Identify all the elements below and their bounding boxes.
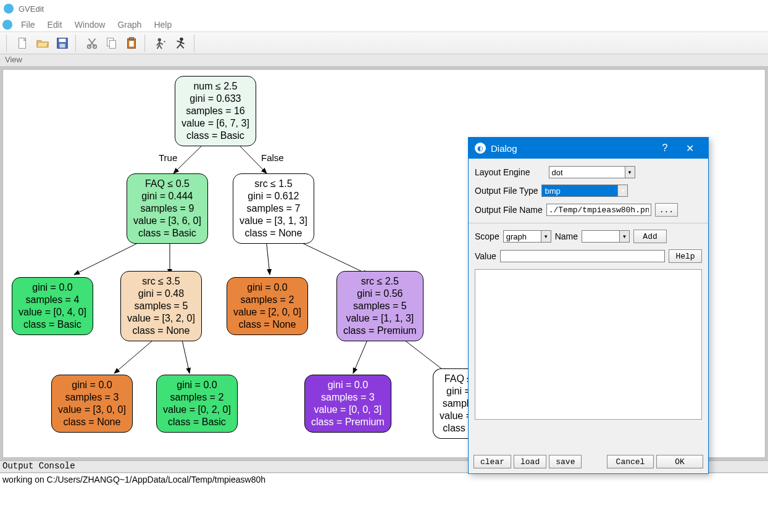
menu-edit[interactable]: Edit: [41, 19, 69, 31]
svg-rect-2: [59, 38, 66, 41]
svg-rect-3: [59, 43, 65, 47]
chevron-down-icon: ▼: [619, 231, 629, 242]
svg-line-17: [157, 44, 160, 48]
add-button[interactable]: Add: [633, 230, 667, 243]
chevron-down-icon: ▼: [617, 185, 627, 196]
app-title: GVEdit: [19, 4, 44, 14]
svg-point-19: [180, 37, 183, 41]
clear-button[interactable]: clear: [474, 455, 511, 468]
svg-line-33: [353, 340, 367, 373]
svg-line-32: [182, 340, 190, 373]
label-scope: Scope: [475, 231, 499, 241]
chevron-down-icon: ▼: [625, 167, 635, 178]
scope-select[interactable]: graph▼: [503, 230, 551, 243]
attribute-list[interactable]: [475, 269, 702, 420]
open-folder-button[interactable]: [33, 34, 52, 52]
app-icon: [4, 4, 14, 14]
output-file-type-select[interactable]: bmp▼: [541, 185, 628, 197]
edge-label-false: False: [261, 152, 284, 163]
console-output[interactable]: working on C:/Users/ZHANGQ~1/AppData/Loc…: [0, 473, 768, 532]
value-input[interactable]: [500, 250, 665, 262]
load-button[interactable]: load: [514, 455, 546, 468]
view-panel-label: View: [0, 54, 768, 67]
menu-file[interactable]: File: [15, 19, 41, 31]
tree-node-leaf: gini = 0.0samples = 2value = [2, 0, 0]cl…: [227, 277, 308, 335]
menu-graph[interactable]: Graph: [111, 19, 148, 31]
menubar: File Edit Window Graph Help: [0, 17, 768, 32]
run-fast-button[interactable]: [172, 34, 190, 52]
titlebar: GVEdit: [0, 0, 768, 17]
tree-node: src ≤ 2.5gini = 0.56samples = 5value = […: [336, 271, 424, 341]
svg-line-29: [266, 239, 270, 275]
svg-line-21: [177, 41, 181, 42]
layout-engine-select[interactable]: dot▼: [549, 166, 635, 178]
svg-line-23: [177, 44, 181, 48]
paste-button[interactable]: [122, 34, 141, 52]
ok-button[interactable]: OK: [656, 455, 703, 468]
tree-node-leaf: gini = 0.0samples = 4value = [0, 4, 0]cl…: [12, 277, 93, 335]
svg-line-25: [173, 144, 204, 173]
label-output-file-type: Output File Type: [475, 186, 538, 196]
save-file-button[interactable]: save: [549, 455, 582, 468]
tree-node: src ≤ 1.5gini = 0.612samples = 7value = …: [233, 173, 314, 244]
new-file-button[interactable]: [14, 34, 32, 52]
menu-window[interactable]: Window: [69, 19, 112, 31]
tree-node-leaf: gini = 0.0samples = 3value = [0, 0, 3]cl…: [304, 375, 391, 433]
tree-node: src ≤ 3.5gini = 0.48samples = 5value = […: [120, 271, 202, 341]
save-button[interactable]: [53, 34, 72, 52]
label-value: Value: [475, 251, 496, 261]
svg-rect-12: [129, 41, 133, 46]
browse-button[interactable]: ...: [655, 203, 678, 217]
tree-node-leaf: gini = 0.0samples = 2value = [0, 2, 0]cl…: [156, 375, 238, 433]
menu-app-icon: [2, 20, 12, 30]
svg-line-18: [159, 44, 162, 48]
tree-node-root: num ≤ 2.5gini = 0.633samples = 16value =…: [175, 76, 256, 146]
run-layout-button[interactable]: [152, 34, 170, 52]
svg-line-27: [74, 239, 146, 275]
edge-label-true: True: [159, 152, 177, 163]
name-select[interactable]: ▼: [582, 230, 630, 243]
dialog-titlebar[interactable]: ◐ Dialog ? ✕: [469, 138, 708, 159]
tree-node-leaf: gini = 0.0samples = 3value = [3, 0, 0]cl…: [51, 375, 133, 433]
dialog-help-button[interactable]: ?: [653, 138, 677, 159]
cut-button[interactable]: [83, 34, 101, 52]
toolbar: [0, 32, 768, 54]
label-output-file-name: Output File Name: [475, 205, 543, 215]
label-name: Name: [555, 231, 578, 241]
chevron-down-icon: ▼: [541, 231, 551, 242]
svg-line-31: [114, 340, 153, 373]
menu-help[interactable]: Help: [148, 19, 178, 31]
settings-dialog: ◐ Dialog ? ✕ Layout Engine dot▼ Output F…: [468, 137, 709, 474]
dialog-title: Dialog: [491, 143, 517, 154]
console-line: working on C:/Users/ZHANGQ~1/AppData/Loc…: [2, 475, 766, 484]
help-button[interactable]: Help: [669, 249, 702, 263]
svg-line-30: [293, 239, 369, 275]
label-layout-engine: Layout Engine: [475, 167, 530, 177]
copy-button[interactable]: [102, 34, 121, 52]
svg-line-24: [180, 44, 184, 48]
output-file-name-input[interactable]: [546, 204, 651, 216]
svg-rect-9: [109, 40, 115, 48]
dialog-icon: ◐: [475, 143, 486, 154]
svg-point-13: [158, 38, 162, 41]
tree-node: FAQ ≤ 0.5gini = 0.444samples = 9value = …: [127, 173, 208, 244]
cancel-button[interactable]: Cancel: [607, 455, 654, 468]
svg-rect-11: [129, 37, 133, 39]
dialog-close-button[interactable]: ✕: [677, 138, 702, 159]
